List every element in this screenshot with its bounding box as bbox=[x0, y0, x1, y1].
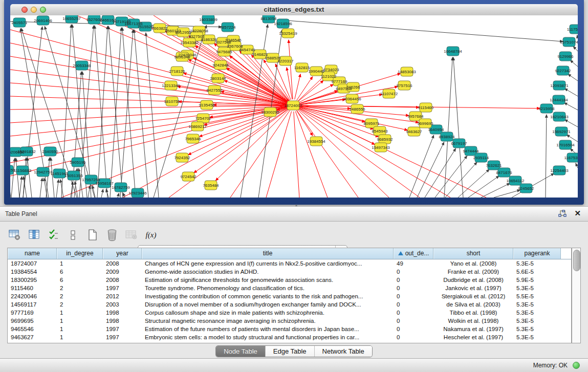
graph-node[interactable] bbox=[116, 17, 128, 26]
graph-node[interactable] bbox=[563, 37, 575, 47]
delete-table-icon[interactable] bbox=[105, 229, 119, 241]
close-panel-icon[interactable]: ✕ bbox=[574, 209, 581, 218]
graph-edge[interactable] bbox=[95, 26, 107, 198]
deselect-all-icon[interactable] bbox=[67, 229, 80, 241]
graph-node[interactable] bbox=[441, 132, 453, 141]
table-row[interactable]: 1830029562008Estimation of significance … bbox=[8, 276, 571, 284]
table-row[interactable]: 911546021997Tourette syndrome. Phenomeno… bbox=[8, 284, 571, 292]
graph-edge[interactable] bbox=[564, 120, 578, 127]
graph-node[interactable] bbox=[222, 23, 234, 32]
table-row[interactable]: 969969511998Structural magnetic resonanc… bbox=[8, 317, 571, 325]
window-titlebar[interactable]: citations_edges.txt bbox=[10, 4, 578, 16]
graph-edge[interactable] bbox=[40, 178, 42, 198]
scrollbar-thumb[interactable] bbox=[573, 250, 580, 271]
graph-node[interactable] bbox=[183, 38, 195, 47]
graph-node[interactable] bbox=[176, 153, 188, 162]
graph-edge[interactable] bbox=[97, 26, 107, 198]
graph-node[interactable] bbox=[475, 153, 487, 162]
graph-edge[interactable] bbox=[11, 158, 15, 198]
column-header-name[interactable]: name bbox=[8, 248, 57, 259]
graph-node[interactable] bbox=[132, 188, 144, 198]
graph-node[interactable] bbox=[88, 15, 100, 24]
graph-node[interactable] bbox=[191, 122, 204, 131]
graph-node[interactable] bbox=[10, 165, 13, 174]
graph-edge[interactable] bbox=[10, 105, 287, 110]
graph-edge[interactable] bbox=[568, 74, 578, 81]
graph-node[interactable] bbox=[520, 184, 532, 193]
graph-edge[interactable] bbox=[546, 115, 547, 198]
graph-node[interactable] bbox=[187, 134, 199, 143]
graph-edge[interactable] bbox=[287, 20, 563, 41]
graph-node[interactable] bbox=[208, 85, 221, 95]
column-header-in_degree[interactable]: in_degree bbox=[57, 248, 103, 259]
graph-edge[interactable] bbox=[10, 176, 11, 198]
graph-node[interactable] bbox=[16, 166, 29, 175]
graph-node[interactable] bbox=[241, 45, 253, 54]
table-row[interactable]: 946362711997Embryonic stem cells: a mode… bbox=[8, 333, 571, 341]
graph-node[interactable] bbox=[254, 50, 266, 59]
graph-edge[interactable] bbox=[564, 103, 578, 110]
graph-node[interactable] bbox=[263, 15, 275, 23]
graph-node[interactable] bbox=[53, 169, 66, 178]
graph-edge[interactable] bbox=[19, 177, 22, 198]
graph-edge[interactable] bbox=[425, 148, 456, 198]
function-builder-icon[interactable]: f(x) bbox=[144, 229, 158, 241]
graph-node[interactable] bbox=[310, 137, 322, 146]
graph-node[interactable] bbox=[197, 114, 209, 123]
column-header-out_de[interactable]: out_de... bbox=[394, 248, 433, 259]
network-canvas[interactable]: 1872400724055712069140610655257152760264… bbox=[10, 15, 578, 198]
graph-node[interactable] bbox=[498, 168, 510, 177]
graph-node[interactable] bbox=[346, 94, 358, 103]
graph-edge[interactable] bbox=[294, 112, 299, 198]
graph-node[interactable] bbox=[264, 107, 276, 117]
graph-node[interactable] bbox=[229, 41, 241, 51]
graph-node[interactable] bbox=[430, 125, 442, 134]
graph-node[interactable] bbox=[310, 67, 322, 76]
graph-node[interactable] bbox=[398, 81, 410, 90]
graph-edge[interactable] bbox=[296, 111, 312, 136]
graph-node[interactable] bbox=[374, 126, 386, 136]
graph-node[interactable] bbox=[176, 52, 188, 61]
graph-node[interactable] bbox=[553, 112, 565, 121]
graph-node[interactable] bbox=[509, 176, 521, 185]
graph-node[interactable] bbox=[559, 52, 572, 61]
graph-node[interactable] bbox=[171, 67, 183, 76]
table-row[interactable]: 977716911998Corpus callosum shape and si… bbox=[8, 309, 571, 317]
graph-node[interactable] bbox=[375, 143, 387, 152]
graph-edge[interactable] bbox=[16, 158, 19, 198]
graph-edge[interactable] bbox=[88, 186, 90, 198]
graph-edge[interactable] bbox=[570, 60, 578, 67]
graph-edge[interactable] bbox=[122, 28, 136, 198]
table-row[interactable]: 1456911722003Disruption of a novel membe… bbox=[8, 300, 571, 309]
graph-node[interactable] bbox=[267, 53, 279, 62]
graph-node[interactable] bbox=[10, 147, 21, 157]
graph-edge[interactable] bbox=[468, 176, 499, 198]
graph-node[interactable] bbox=[351, 104, 363, 114]
graph-node[interactable] bbox=[401, 67, 413, 76]
graph-node[interactable] bbox=[166, 97, 178, 106]
column-visibility-icon[interactable] bbox=[28, 229, 41, 241]
graph-node[interactable] bbox=[296, 63, 308, 72]
graph-edge[interactable] bbox=[453, 57, 463, 198]
graph-edge[interactable] bbox=[573, 47, 578, 51]
graph-node[interactable] bbox=[202, 15, 214, 24]
graph-edge[interactable] bbox=[287, 68, 292, 99]
graph-node[interactable] bbox=[282, 29, 294, 38]
column-header-title[interactable]: title bbox=[142, 248, 394, 259]
graph-edge[interactable] bbox=[27, 158, 32, 198]
splitter-grip-icon[interactable]: ▴ bbox=[294, 204, 299, 206]
graph-node[interactable] bbox=[72, 158, 84, 167]
table-scrollbar[interactable] bbox=[572, 248, 581, 343]
graph-node[interactable] bbox=[322, 72, 335, 81]
graph-node[interactable] bbox=[98, 179, 111, 188]
graph-node[interactable] bbox=[102, 15, 114, 25]
graph-node[interactable] bbox=[85, 175, 97, 184]
graph-edge[interactable] bbox=[266, 112, 292, 198]
graph-node[interactable] bbox=[277, 19, 289, 28]
graph-edge[interactable] bbox=[56, 180, 58, 198]
graph-edge[interactable] bbox=[146, 33, 159, 198]
float-panel-icon[interactable] bbox=[558, 210, 567, 218]
graph-node[interactable] bbox=[127, 19, 140, 28]
graph-edge[interactable] bbox=[101, 189, 103, 198]
graph-node[interactable] bbox=[177, 28, 189, 37]
